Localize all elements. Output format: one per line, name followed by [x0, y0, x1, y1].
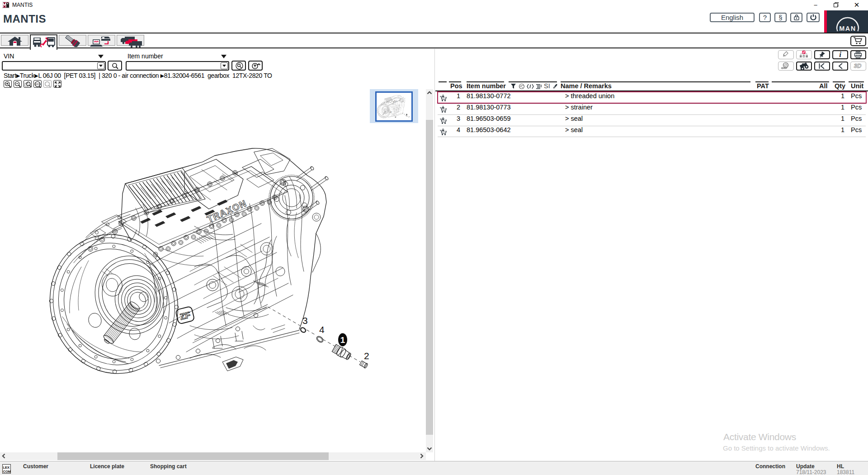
svg-text:100%: 100% [34, 83, 41, 86]
svg-text:MAN: MAN [839, 25, 856, 32]
svg-text:1: 1 [340, 335, 345, 345]
svg-text:ZF: ZF [179, 310, 192, 322]
svg-text:3: 3 [302, 315, 308, 326]
svg-text:2: 2 [364, 351, 369, 361]
svg-text:3D: 3D [854, 62, 862, 69]
svg-text:COM: COM [3, 470, 11, 474]
svg-text:4: 4 [319, 324, 325, 335]
